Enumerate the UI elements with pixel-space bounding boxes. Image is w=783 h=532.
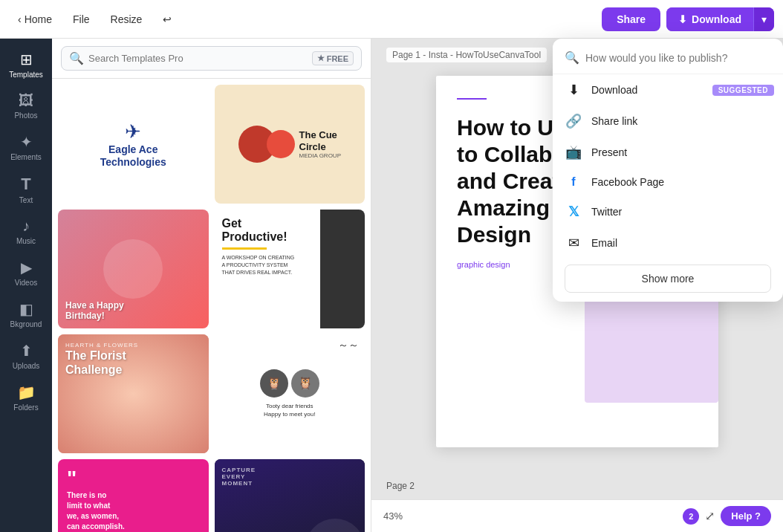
purple-accent-line — [457, 98, 487, 100]
template-card-capture[interactable]: CAPTUREEVERYMOMENT — [215, 459, 365, 532]
template-card-florist[interactable]: HEARTH & FLOWERS The FloristChallenge — [58, 334, 209, 453]
productive-body: A WORKSHOP ON CREATINGA PRODUCTIVITY SYS… — [222, 254, 358, 276]
share-button[interactable]: Share — [602, 7, 660, 31]
background-icon: ◧ — [19, 300, 33, 318]
search-bar: 🔍 ★ FREE — [52, 39, 371, 79]
florist-title: The FloristChallenge — [65, 348, 201, 377]
sidebar-item-label-music: Music — [16, 237, 36, 245]
template-card-eagle-ace[interactable]: ✈ Eagle AceTechnologies — [58, 85, 209, 204]
dropdown-item-email[interactable]: ✉ Email — [553, 227, 783, 259]
undo-button[interactable]: ↩ — [154, 9, 181, 30]
chevron-left-icon: ‹ — [18, 13, 22, 25]
search-input-wrap: 🔍 ★ FREE — [61, 46, 362, 71]
productive-line — [222, 247, 267, 250]
present-icon: 📺 — [565, 144, 582, 160]
sidebar-item-templates[interactable]: ⊞ Templates — [4, 45, 48, 85]
sidebar-item-label-folders: Folders — [13, 403, 38, 412]
sidebar-item-label-elements: Elements — [10, 153, 42, 161]
capture-label: CAPTUREEVERYMOMENT — [222, 467, 256, 487]
birthday-text: Have a HappyBirthday! — [65, 300, 201, 321]
sidebar-item-folders[interactable]: 📁 Folders — [4, 377, 48, 418]
sidebar-item-photos[interactable]: 🖼 Photos — [4, 86, 48, 126]
help-button[interactable]: Help ? — [721, 506, 771, 526]
file-button[interactable]: File — [64, 9, 99, 30]
dropdown-search-bar: 🔍 — [553, 48, 783, 74]
elements-icon: ✦ — [20, 133, 33, 151]
sidebar-item-label-videos: Videos — [15, 279, 37, 287]
download-label: Download — [692, 13, 741, 25]
birthday-circle — [103, 239, 163, 299]
sidebar-item-text[interactable]: T Text — [4, 169, 48, 210]
template-card-cue-circle[interactable]: The CueCircle MEDIA GROUP — [215, 85, 365, 204]
sidebar-item-label-templates: Templates — [9, 71, 43, 79]
title-line-5: Design — [457, 222, 531, 247]
twitter-label: Twitter — [591, 206, 622, 218]
music-icon: ♪ — [22, 218, 30, 235]
file-label: File — [73, 13, 90, 25]
folders-icon: 📁 — [17, 383, 36, 401]
sidebar-item-videos[interactable]: ▶ Videos — [4, 253, 48, 293]
home-label: Home — [25, 13, 52, 25]
twitter-icon: 𝕏 — [565, 204, 582, 220]
cue-dots — [238, 126, 295, 163]
template-card-quote[interactable]: " There is nolimit to whatwe, as women,c… — [58, 459, 209, 532]
dropdown-item-share-link[interactable]: 🔗 Share link — [553, 106, 783, 137]
bottom-controls: 2 ⤢ Help ? — [683, 506, 771, 526]
owls-deco: ～～ — [338, 339, 359, 352]
suggested-badge: SUGGESTED — [712, 85, 774, 96]
dropdown-item-download[interactable]: ⬇ Download SUGGESTED — [553, 74, 783, 106]
facebook-icon: f — [565, 175, 582, 189]
zoom-display: 43% — [383, 510, 403, 522]
owl-right: 🦉 — [291, 369, 319, 398]
quote-text: There is nolimit to whatwe, as women,can… — [67, 490, 200, 532]
template-card-birthday[interactable]: Have a HappyBirthday! — [58, 210, 209, 328]
resize-button[interactable]: Resize — [102, 9, 152, 30]
eagle-logo-icon: ✈ — [125, 120, 141, 143]
templates-icon: ⊞ — [20, 51, 33, 68]
nav-left: ‹ Home File Resize ↩ — [9, 9, 181, 30]
sidebar-item-background[interactable]: ◧ Bkground — [4, 294, 48, 334]
page2-label: Page 2 — [386, 481, 415, 491]
star-icon: ★ — [317, 53, 325, 63]
owl-left: 🦉 — [260, 369, 288, 398]
download-option-label: Download — [591, 84, 637, 96]
cue-circle-text: The CueCircle MEDIA GROUP — [299, 129, 341, 159]
uploads-icon: ⬆ — [20, 342, 33, 360]
sidebar-item-label-background: Bkground — [10, 320, 42, 328]
show-more-button[interactable]: Show more — [565, 265, 771, 293]
sidebar: ⊞ Templates 🖼 Photos ✦ Elements T Text ♪… — [0, 39, 52, 532]
dropdown-search-input[interactable] — [585, 52, 771, 64]
download-main-button[interactable]: ⬇ Download — [666, 7, 753, 31]
share-link-label: Share link — [591, 115, 637, 127]
help-label: Help ? — [731, 510, 761, 522]
sidebar-item-elements[interactable]: ✦ Elements — [4, 127, 48, 167]
dropdown-item-present[interactable]: 📺 Present — [553, 137, 783, 168]
templates-grid: ✈ Eagle AceTechnologies The CueCircle ME… — [52, 79, 371, 532]
share-label: Share — [617, 13, 646, 25]
search-input[interactable] — [88, 53, 308, 64]
sidebar-item-label-text: Text — [19, 196, 33, 204]
home-button[interactable]: ‹ Home — [9, 9, 61, 30]
email-icon: ✉ — [565, 235, 582, 251]
download-arrow-button[interactable]: ▾ — [753, 7, 774, 31]
download-option-icon: ⬇ — [565, 82, 582, 98]
owls-text: Tooty dear friendsHappy to meet you! — [264, 402, 315, 418]
sidebar-item-label-photos: Photos — [14, 111, 37, 120]
quote-mark: " — [67, 468, 200, 489]
title-line-2: to Collabo — [457, 142, 566, 166]
productive-title: GetProductive! — [222, 217, 358, 243]
template-card-owls[interactable]: ～～ 🦉 🦉 Tooty dear friendsHappy to meet y… — [215, 334, 365, 453]
templates-panel: 🔍 ★ FREE ✈ Eagle AceTechnologies — [52, 39, 371, 532]
dropdown-item-twitter[interactable]: 𝕏 Twitter — [553, 196, 783, 227]
cue-circle-sub: MEDIA GROUP — [299, 152, 341, 159]
sidebar-item-uploads[interactable]: ⬆ Uploads — [4, 336, 48, 376]
dropdown-search-icon: 🔍 — [565, 51, 579, 65]
owls-row: 🦉 🦉 — [260, 369, 319, 398]
free-badge: ★ FREE — [312, 51, 354, 65]
sidebar-item-music[interactable]: ♪ Music — [4, 212, 48, 251]
expand-icon[interactable]: ⤢ — [705, 509, 715, 523]
download-button-group: ⬇ Download ▾ — [666, 7, 774, 31]
page-label: Page 1 - Insta - HowToUseCanvaTool — [386, 48, 547, 62]
template-card-productive[interactable]: GetProductive! A WORKSHOP ON CREATINGA P… — [215, 210, 365, 328]
dropdown-item-facebook[interactable]: f Facebook Page — [553, 168, 783, 196]
